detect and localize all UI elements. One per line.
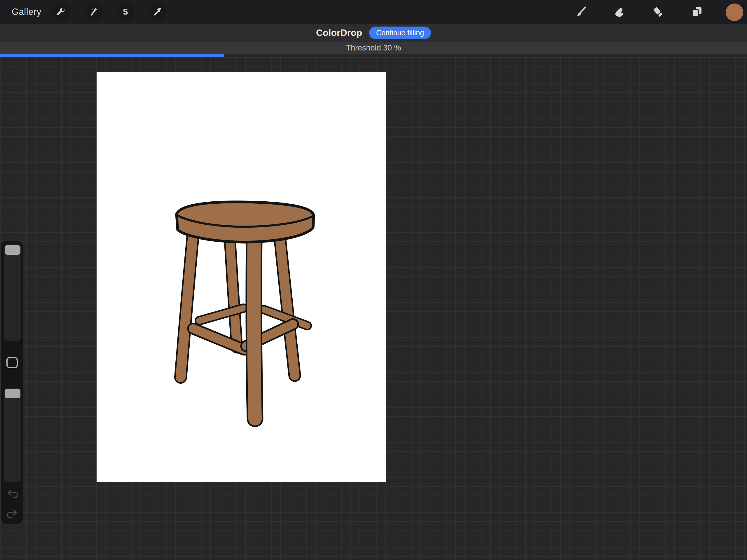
undo-button[interactable]	[5, 487, 19, 501]
transform-arrow-icon	[152, 6, 163, 18]
brush-size-handle[interactable]	[5, 245, 20, 255]
selection-s-icon: S	[120, 6, 131, 18]
color-circle	[726, 3, 743, 21]
svg-text:S: S	[123, 7, 128, 16]
magic-wand-icon	[87, 6, 99, 18]
stool-leg-left	[181, 236, 193, 377]
brush-opacity-handle[interactable]	[5, 389, 20, 398]
actions-button[interactable]	[52, 3, 70, 21]
threshold-progress-track[interactable]	[0, 54, 747, 57]
brush-sidebar	[1, 241, 23, 524]
threshold-progress-fill	[0, 54, 224, 57]
transform-button[interactable]	[149, 3, 166, 21]
current-color-swatch[interactable]	[726, 3, 743, 21]
redo-button[interactable]	[5, 507, 19, 520]
threshold-label: Threshold 30 %	[346, 44, 401, 53]
paint-brush-icon	[574, 5, 589, 19]
modify-button[interactable]	[6, 357, 18, 368]
brush-size-slider[interactable]	[4, 245, 21, 341]
gallery-button[interactable]: Gallery	[12, 0, 42, 24]
layers-icon	[690, 5, 704, 19]
redo-icon	[5, 507, 19, 520]
eraser-tool-button[interactable]	[650, 4, 666, 20]
stool-leg-front	[254, 237, 255, 419]
undo-icon	[5, 487, 19, 501]
brush-opacity-slider[interactable]	[4, 388, 21, 482]
procreate-app: Gallery S	[0, 0, 747, 560]
top-toolbar: Gallery S	[0, 0, 747, 24]
selection-button[interactable]: S	[117, 3, 134, 21]
wrench-icon	[55, 6, 67, 18]
smudge-finger-icon	[612, 5, 626, 19]
threshold-bar[interactable]: Threshold 30 %	[0, 42, 747, 54]
smudge-tool-button[interactable]	[611, 4, 627, 20]
gallery-label: Gallery	[12, 7, 42, 17]
colordrop-banner: ColorDrop Continue filling	[0, 24, 747, 42]
layers-button[interactable]	[689, 4, 705, 20]
eraser-icon	[651, 5, 665, 19]
stool-drawing	[97, 72, 386, 482]
adjustments-button[interactable]	[84, 3, 102, 21]
drawing-canvas[interactable]	[97, 72, 386, 482]
continue-filling-button[interactable]: Continue filling	[369, 27, 431, 40]
brush-tool-button[interactable]	[573, 4, 589, 20]
colordrop-title: ColorDrop	[316, 27, 362, 38]
